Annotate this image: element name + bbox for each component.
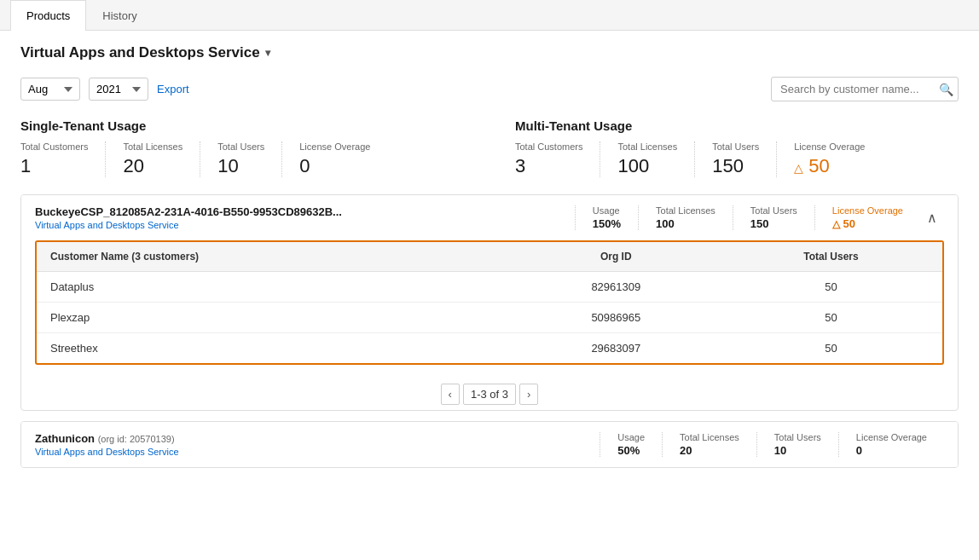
org-id-cell: 50986965 [513,303,720,333]
usage-sections: Single-Tenant Usage Total Customers 1 To… [20,118,959,177]
metric-st-overage: License Overage 0 [299,141,387,177]
card-licenses-1: Total Licenses 100 [638,205,733,230]
users-value-1: 150 [750,217,797,230]
next-page-button[interactable]: › [519,384,538,405]
users-cell: 50 [720,333,942,364]
page-info: 1-3 of 3 [463,384,516,405]
users-cell: 50 [720,272,942,303]
year-select[interactable]: 2021 201920202022 [89,78,148,101]
customer-id-2: Zathunicon (org id: 20570139) [35,432,600,445]
customer-card-2: Zathunicon (org id: 20570139) Virtual Ap… [20,421,959,468]
customer-id-1: BuckeyeCSP_812085A2-231A-4016-B550-9953C… [35,205,575,218]
warning-icon: △ [794,161,803,175]
customer-card-2-metrics: Usage 50% Total Licenses 20 Total Users … [600,432,944,457]
tab-products[interactable]: Products [10,0,86,31]
search-icon-button[interactable]: 🔍 [939,83,953,96]
org-id-tag-2: (org id: 20570139) [98,434,175,444]
customer-card-2-info: Zathunicon (org id: 20570139) Virtual Ap… [35,432,600,457]
users-cell: 50 [720,303,942,333]
overage-value-1: △ 50 [832,217,903,230]
table-header-row: Customer Name (3 customers) Org ID Total… [37,242,942,272]
customer-service-1: Virtual Apps and Desktops Service [35,220,575,230]
service-title[interactable]: Virtual Apps and Desktops Service ▾ [20,44,959,61]
table-row: Dataplus 82961309 50 [37,272,942,303]
inner-table-wrapper-1: Customer Name (3 customers) Org ID Total… [35,240,944,365]
metric-mt-customers: Total Customers 3 [515,141,600,177]
customer-name-cell: Streethex [37,333,513,364]
tab-history[interactable]: History [86,0,153,31]
card-licenses-2: Total Licenses 20 [662,432,756,457]
pagination-row: ‹ 1-3 of 3 › [21,375,958,410]
chevron-down-icon: ▾ [265,47,270,59]
search-icon: 🔍 [939,83,953,96]
customer-table-1: Customer Name (3 customers) Org ID Total… [37,242,942,363]
card-usage-1: Usage 150% [575,205,638,230]
usage-value-1: 150% [593,217,621,230]
tabs-bar: Products History [0,0,979,31]
card-users-1: Total Users 150 [733,205,814,230]
single-tenant-section: Single-Tenant Usage Total Customers 1 To… [20,118,464,177]
customer-service-2: Virtual Apps and Desktops Service [35,447,600,457]
card-overage-1: License Overage △ 50 [814,205,920,230]
metric-mt-users: Total Users 150 [712,141,777,177]
multi-tenant-metrics: Total Customers 3 Total Licenses 100 Tot… [515,141,959,177]
search-input[interactable] [771,77,959,101]
metric-st-licenses: Total Licenses 20 [123,141,200,177]
card-overage-2: License Overage 0 [838,432,944,457]
customer-card-1: BuckeyeCSP_812085A2-231A-4016-B550-9953C… [20,194,959,411]
multi-tenant-title: Multi-Tenant Usage [515,118,959,133]
licenses-value-1: 100 [656,217,715,230]
col-customer-name: Customer Name (3 customers) [37,242,513,272]
month-select[interactable]: Aug JanFebMarApr MayJunJul SepOctNovDec [20,78,80,101]
filter-row: Aug JanFebMarApr MayJunJul SepOctNovDec … [20,77,959,101]
customer-card-2-header[interactable]: Zathunicon (org id: 20570139) Virtual Ap… [21,422,958,467]
col-total-users: Total Users [720,242,942,272]
licenses-value-2: 20 [680,444,739,457]
overage-value-2: 0 [856,444,927,457]
customer-card-1-header[interactable]: BuckeyeCSP_812085A2-231A-4016-B550-9953C… [21,195,958,240]
table-row: Plexzap 50986965 50 [37,303,942,333]
users-value-2: 10 [774,444,821,457]
metric-mt-overage: License Overage △ 50 [794,141,882,177]
metric-st-users: Total Users 10 [217,141,282,177]
multi-tenant-section: Multi-Tenant Usage Total Customers 3 Tot… [515,118,959,177]
metric-st-customers: Total Customers 1 [20,141,106,177]
export-link[interactable]: Export [157,83,189,95]
col-org-id: Org ID [513,242,720,272]
customer-card-1-info: BuckeyeCSP_812085A2-231A-4016-B550-9953C… [35,205,575,230]
org-id-cell: 29683097 [513,333,720,364]
customer-name-cell: Dataplus [37,272,513,303]
card-usage-2: Usage 50% [600,432,662,457]
table-row: Streethex 29683097 50 [37,333,942,364]
usage-value-2: 50% [617,444,645,457]
org-id-cell: 82961309 [513,272,720,303]
card-users-2: Total Users 10 [756,432,838,457]
single-tenant-metrics: Total Customers 1 Total Licenses 20 Tota… [20,141,464,177]
single-tenant-title: Single-Tenant Usage [20,118,464,133]
search-wrapper: 🔍 [771,77,959,101]
customer-name-cell: Plexzap [37,303,513,333]
customer-card-1-metrics: Usage 150% Total Licenses 100 Total User… [575,205,920,230]
metric-mt-licenses: Total Licenses 100 [617,141,695,177]
prev-page-button[interactable]: ‹ [441,384,460,405]
collapse-button-1[interactable]: ∧ [920,210,944,226]
warning-icon-card1: △ [832,218,840,230]
